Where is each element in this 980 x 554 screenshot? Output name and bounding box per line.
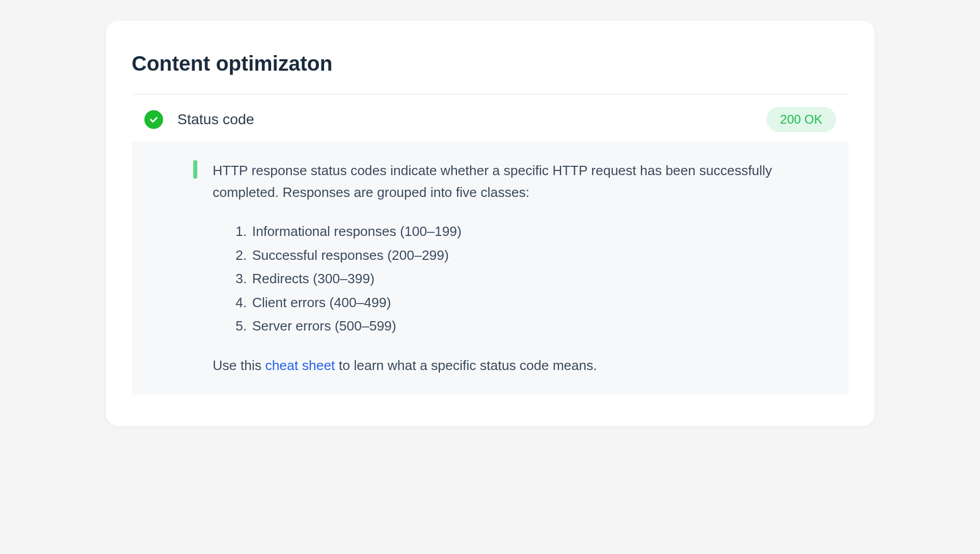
divider bbox=[132, 94, 849, 95]
content-card: Content optimizaton Status code 200 OK H… bbox=[106, 21, 875, 426]
intro-text: HTTP response status codes indicate whet… bbox=[213, 160, 824, 203]
list-item: Informational responses (100–199) bbox=[236, 220, 824, 244]
status-badge: 200 OK bbox=[767, 107, 836, 132]
response-classes-list: Informational responses (100–199) Succes… bbox=[236, 220, 824, 338]
footer-suffix: to learn what a specific status code mea… bbox=[335, 358, 597, 373]
info-panel: HTTP response status codes indicate whet… bbox=[132, 141, 849, 395]
list-item: Successful responses (200–299) bbox=[236, 244, 824, 268]
footer-text: Use this cheat sheet to learn what a spe… bbox=[213, 355, 824, 377]
status-left: Status code bbox=[144, 110, 254, 129]
accent-bar-icon bbox=[193, 160, 197, 179]
status-title: Status code bbox=[178, 111, 254, 128]
checkmark-icon bbox=[144, 110, 163, 129]
list-item: Redirects (300–399) bbox=[236, 267, 824, 291]
list-item: Client errors (400–499) bbox=[236, 291, 824, 315]
section-heading: Content optimizaton bbox=[132, 52, 849, 75]
list-item: Server errors (500–599) bbox=[236, 314, 824, 338]
status-row: Status code 200 OK bbox=[132, 107, 849, 141]
footer-prefix: Use this bbox=[213, 358, 265, 373]
cheat-sheet-link[interactable]: cheat sheet bbox=[265, 358, 335, 373]
